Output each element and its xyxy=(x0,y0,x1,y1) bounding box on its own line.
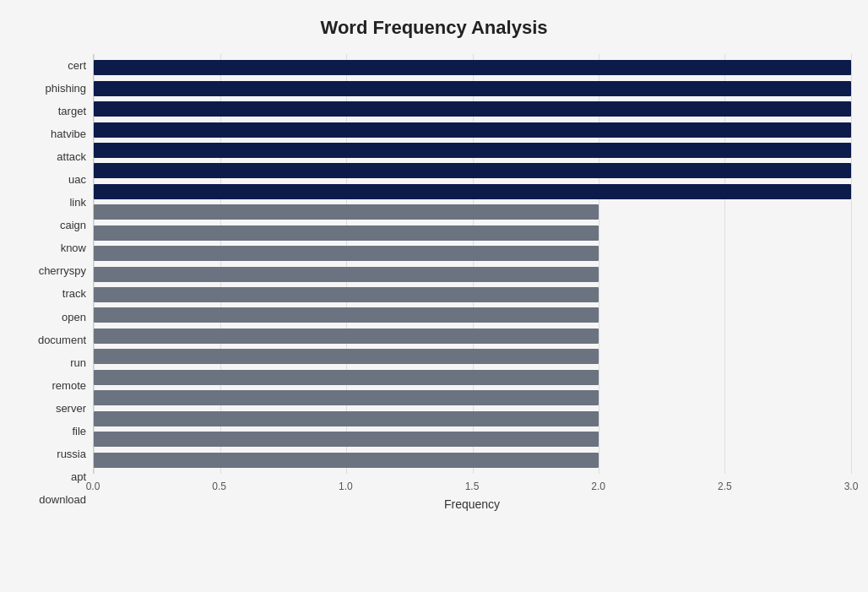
y-label: cert xyxy=(68,55,86,77)
bar-row xyxy=(94,451,851,470)
bar xyxy=(94,349,599,364)
bars-area xyxy=(93,54,851,474)
y-label: know xyxy=(61,237,86,259)
y-label: track xyxy=(62,283,86,305)
bar xyxy=(94,453,599,468)
bars-and-xaxis: 0.00.51.01.52.02.53.0 Frequency xyxy=(93,54,851,511)
bar-row xyxy=(94,327,851,345)
bar-row xyxy=(94,224,851,242)
bar-row xyxy=(94,79,851,98)
y-label: server xyxy=(56,397,86,419)
y-label: run xyxy=(70,351,86,373)
x-tick: 0.0 xyxy=(86,481,100,492)
bar xyxy=(94,60,851,75)
y-label: caign xyxy=(60,215,86,236)
bar-row xyxy=(94,161,851,180)
bar-row xyxy=(94,306,851,324)
bar-row xyxy=(94,368,851,387)
bar-row xyxy=(94,285,851,304)
bar-row xyxy=(94,388,851,407)
y-label: uac xyxy=(68,169,86,191)
bar xyxy=(94,370,599,385)
bar xyxy=(94,267,599,282)
y-label: document xyxy=(38,329,86,350)
bar-row xyxy=(94,265,851,284)
bar xyxy=(94,432,599,447)
bar-row xyxy=(94,100,851,118)
x-axis-label: Frequency xyxy=(93,497,851,511)
y-label: phishing xyxy=(46,78,86,100)
x-tick: 1.0 xyxy=(339,481,353,492)
y-label: link xyxy=(69,192,86,214)
y-label: remote xyxy=(52,374,86,396)
x-tick: 3.0 xyxy=(844,481,859,492)
y-label: file xyxy=(72,420,86,442)
y-axis: certphishingtargethatvibeattackuaclinkca… xyxy=(17,54,93,511)
bar xyxy=(94,204,599,220)
y-label: apt xyxy=(71,465,86,487)
bar xyxy=(94,143,851,158)
bar-row xyxy=(94,182,851,201)
bar-row xyxy=(94,244,851,263)
y-label: hatvibe xyxy=(51,123,86,145)
y-label: open xyxy=(62,306,86,328)
y-label: download xyxy=(39,488,86,510)
bars-rows xyxy=(94,54,851,474)
bar xyxy=(94,225,599,241)
x-tick: 2.0 xyxy=(591,481,605,492)
y-label: attack xyxy=(57,146,86,168)
x-tick: 0.5 xyxy=(212,481,226,492)
bar xyxy=(94,246,599,261)
bar xyxy=(94,163,851,178)
bar-row xyxy=(94,430,851,448)
chart-container: Word Frequency Analysis certphishingtarg… xyxy=(0,0,868,592)
chart-area: certphishingtargethatvibeattackuaclinkca… xyxy=(17,54,851,511)
bar xyxy=(94,184,851,199)
y-label: russia xyxy=(57,443,86,464)
y-label: cherryspy xyxy=(39,260,86,282)
bar xyxy=(94,101,851,117)
x-ticks: 0.00.51.01.52.02.53.0 xyxy=(93,477,851,494)
y-label: target xyxy=(58,100,86,122)
bar xyxy=(94,81,851,96)
x-axis: 0.00.51.01.52.02.53.0 Frequency xyxy=(93,477,851,511)
bar xyxy=(94,307,599,323)
bar-row xyxy=(94,58,851,77)
bar xyxy=(94,287,599,302)
bar xyxy=(94,411,599,426)
chart-title: Word Frequency Analysis xyxy=(17,17,851,39)
bar-row xyxy=(94,410,851,428)
bar-row xyxy=(94,203,851,221)
bar-row xyxy=(94,121,851,139)
bar xyxy=(94,390,599,405)
x-tick: 1.5 xyxy=(465,481,480,492)
bar xyxy=(94,329,599,344)
x-tick: 2.5 xyxy=(718,481,732,492)
grid-line xyxy=(851,54,852,474)
bar xyxy=(94,122,851,138)
bar-row xyxy=(94,141,851,160)
bar-row xyxy=(94,347,851,366)
